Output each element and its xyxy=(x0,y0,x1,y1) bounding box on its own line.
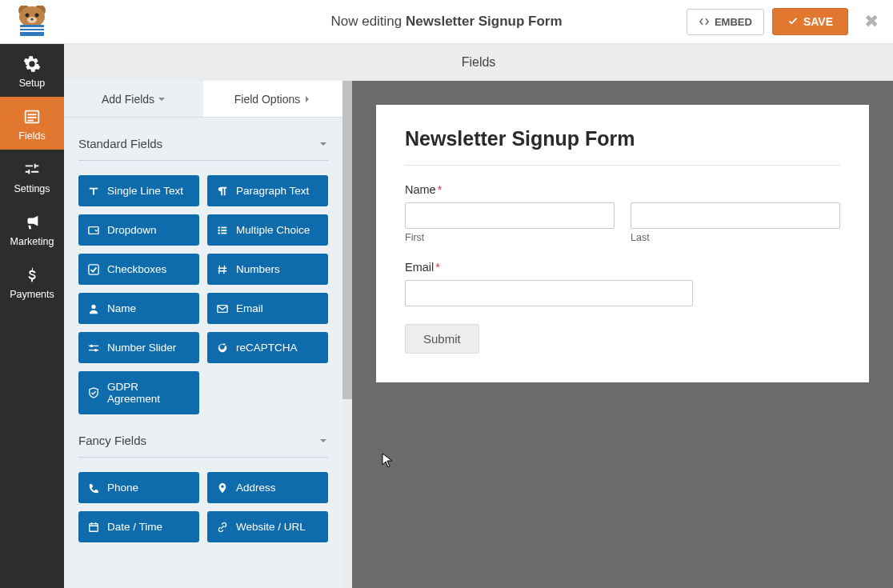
last-sublabel: Last xyxy=(631,232,840,243)
sidebar-label: Setup xyxy=(19,78,46,89)
field-gdpr-agreement[interactable]: GDPR Agreement xyxy=(78,371,199,414)
envelope-icon xyxy=(217,303,228,314)
embed-button[interactable]: EMBED xyxy=(687,9,764,35)
svg-rect-13 xyxy=(28,120,34,122)
svg-rect-20 xyxy=(221,232,226,234)
chevron-down-icon xyxy=(158,95,166,103)
dropdown-icon xyxy=(88,225,99,236)
field-row-email[interactable]: Email* xyxy=(405,261,840,306)
text-icon xyxy=(88,186,99,197)
top-bar: Now editing Newsletter Signup Form EMBED… xyxy=(0,0,893,44)
tab-field-options[interactable]: Field Options xyxy=(203,81,342,117)
sidebar-item-marketing[interactable]: Marketing xyxy=(0,202,64,255)
user-icon xyxy=(88,303,99,314)
sidebar-label: Marketing xyxy=(10,236,54,247)
code-icon xyxy=(699,16,710,27)
sidebar-item-setup[interactable]: Setup xyxy=(0,44,64,97)
sidebar-label: Payments xyxy=(10,289,54,300)
close-icon[interactable]: ✖ xyxy=(864,11,879,32)
fields-panel: Add Fields Field Options Standard Fields xyxy=(64,81,342,588)
field-paragraph-text[interactable]: Paragraph Text xyxy=(207,175,328,206)
field-row-name[interactable]: Name* First Last xyxy=(405,183,840,243)
google-icon xyxy=(217,342,228,354)
field-email[interactable]: Email xyxy=(207,293,328,324)
field-name[interactable]: Name xyxy=(78,293,199,324)
scrollbar[interactable] xyxy=(342,81,352,588)
field-single-line-text[interactable]: Single Line Text xyxy=(78,175,199,206)
paragraph-icon xyxy=(217,186,228,197)
dollar-icon xyxy=(23,266,41,284)
svg-point-3 xyxy=(26,14,30,18)
section-fancy-fields[interactable]: Fancy Fields xyxy=(78,414,328,458)
submit-button[interactable]: Submit xyxy=(405,324,479,354)
field-website-url[interactable]: Website / URL xyxy=(207,511,328,542)
scrollbar-thumb[interactable] xyxy=(342,81,352,399)
field-recaptcha[interactable]: reCAPTCHA xyxy=(207,332,328,363)
check-icon xyxy=(88,264,99,275)
svg-rect-16 xyxy=(221,226,226,228)
svg-rect-11 xyxy=(28,114,37,115)
field-phone[interactable]: Phone xyxy=(78,472,199,503)
list-icon xyxy=(23,108,41,126)
sidebar-item-payments[interactable]: Payments xyxy=(0,255,64,308)
check-icon xyxy=(787,16,799,27)
svg-rect-12 xyxy=(28,117,37,118)
field-address[interactable]: Address xyxy=(207,472,328,503)
svg-point-25 xyxy=(94,348,98,351)
svg-point-24 xyxy=(90,344,94,347)
svg-rect-23 xyxy=(218,305,227,312)
chevron-down-icon xyxy=(318,436,328,446)
gear-icon xyxy=(23,55,41,73)
email-input[interactable] xyxy=(405,280,693,306)
list-ul-icon xyxy=(217,225,228,236)
svg-rect-9 xyxy=(20,30,44,32)
shield-icon xyxy=(88,387,99,398)
sidebar-label: Settings xyxy=(14,183,50,194)
form-preview: Newsletter Signup Form Name* First Last xyxy=(352,81,893,588)
chevron-down-icon xyxy=(318,139,328,149)
pin-icon xyxy=(217,482,228,494)
calendar-icon xyxy=(88,522,99,533)
last-name-input[interactable] xyxy=(631,202,840,229)
field-number-slider[interactable]: Number Slider xyxy=(78,332,199,363)
first-sublabel: First xyxy=(405,232,615,243)
sidebar-item-fields[interactable]: Fields xyxy=(0,97,64,150)
svg-rect-8 xyxy=(20,27,44,29)
svg-rect-21 xyxy=(89,264,98,274)
svg-rect-26 xyxy=(90,523,98,531)
svg-point-15 xyxy=(218,226,220,229)
hash-icon xyxy=(217,264,228,275)
svg-point-6 xyxy=(31,18,34,21)
sidebar-label: Fields xyxy=(18,130,45,142)
sliders-h-icon xyxy=(88,342,99,354)
sliders-icon xyxy=(23,161,41,178)
field-numbers[interactable]: Numbers xyxy=(207,254,328,285)
sidebar-nav: Setup Fields Settings Marketing Payments xyxy=(0,44,64,588)
field-dropdown[interactable]: Dropdown xyxy=(78,214,199,246)
first-name-input[interactable] xyxy=(405,202,615,229)
svg-point-22 xyxy=(91,304,95,308)
svg-point-4 xyxy=(35,14,39,18)
tab-add-fields[interactable]: Add Fields xyxy=(64,81,203,117)
preview-form-title: Newsletter Signup Form xyxy=(405,127,840,166)
svg-point-17 xyxy=(218,229,220,231)
field-date-time[interactable]: Date / Time xyxy=(78,511,199,542)
save-button[interactable]: SAVE xyxy=(772,8,848,35)
svg-point-19 xyxy=(218,232,220,234)
bullhorn-icon xyxy=(23,214,41,231)
app-logo[interactable] xyxy=(0,0,64,44)
link-icon xyxy=(217,522,228,533)
field-multiple-choice[interactable]: Multiple Choice xyxy=(207,214,328,246)
field-checkboxes[interactable]: Checkboxes xyxy=(78,254,199,285)
section-standard-fields[interactable]: Standard Fields xyxy=(78,118,328,161)
center-header: Fields xyxy=(64,44,893,81)
sidebar-item-settings[interactable]: Settings xyxy=(0,150,64,202)
chevron-right-icon xyxy=(303,95,311,103)
phone-icon xyxy=(88,482,99,494)
svg-rect-18 xyxy=(221,230,226,231)
